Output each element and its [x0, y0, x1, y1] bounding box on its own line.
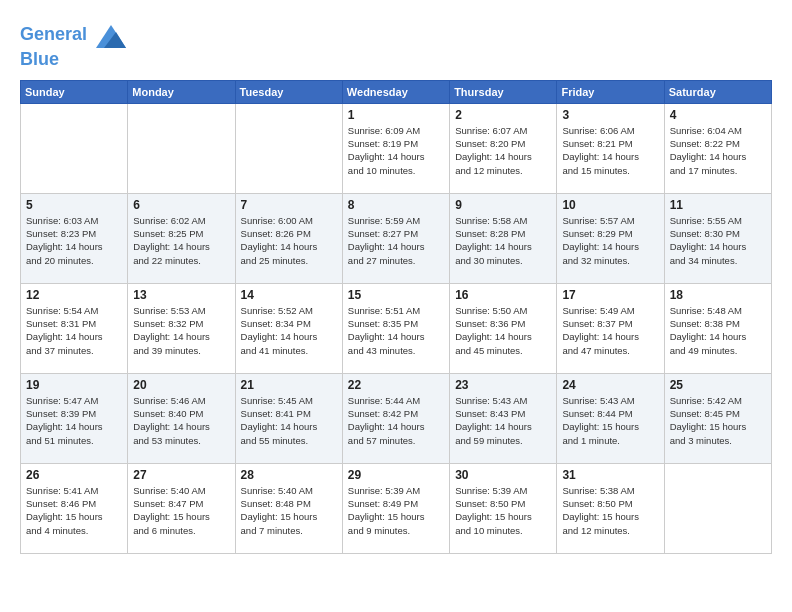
calendar-cell: 18Sunrise: 5:48 AM Sunset: 8:38 PM Dayli… — [664, 283, 771, 373]
day-info: Sunrise: 5:40 AM Sunset: 8:48 PM Dayligh… — [241, 484, 337, 537]
calendar-cell: 1Sunrise: 6:09 AM Sunset: 8:19 PM Daylig… — [342, 103, 449, 193]
header-tuesday: Tuesday — [235, 80, 342, 103]
calendar-cell: 17Sunrise: 5:49 AM Sunset: 8:37 PM Dayli… — [557, 283, 664, 373]
day-number: 29 — [348, 468, 444, 482]
day-info: Sunrise: 5:55 AM Sunset: 8:30 PM Dayligh… — [670, 214, 766, 267]
calendar-cell: 3Sunrise: 6:06 AM Sunset: 8:21 PM Daylig… — [557, 103, 664, 193]
day-number: 21 — [241, 378, 337, 392]
header-wednesday: Wednesday — [342, 80, 449, 103]
day-info: Sunrise: 5:39 AM Sunset: 8:50 PM Dayligh… — [455, 484, 551, 537]
day-info: Sunrise: 5:43 AM Sunset: 8:44 PM Dayligh… — [562, 394, 658, 447]
calendar-cell: 9Sunrise: 5:58 AM Sunset: 8:28 PM Daylig… — [450, 193, 557, 283]
day-info: Sunrise: 5:42 AM Sunset: 8:45 PM Dayligh… — [670, 394, 766, 447]
day-info: Sunrise: 5:45 AM Sunset: 8:41 PM Dayligh… — [241, 394, 337, 447]
day-number: 4 — [670, 108, 766, 122]
calendar-cell: 28Sunrise: 5:40 AM Sunset: 8:48 PM Dayli… — [235, 463, 342, 553]
calendar-week-1: 1Sunrise: 6:09 AM Sunset: 8:19 PM Daylig… — [21, 103, 772, 193]
day-number: 8 — [348, 198, 444, 212]
day-number: 1 — [348, 108, 444, 122]
day-number: 5 — [26, 198, 122, 212]
day-number: 26 — [26, 468, 122, 482]
day-info: Sunrise: 5:53 AM Sunset: 8:32 PM Dayligh… — [133, 304, 229, 357]
logo-icon — [96, 20, 126, 50]
calendar-cell: 14Sunrise: 5:52 AM Sunset: 8:34 PM Dayli… — [235, 283, 342, 373]
day-number: 31 — [562, 468, 658, 482]
calendar-cell: 13Sunrise: 5:53 AM Sunset: 8:32 PM Dayli… — [128, 283, 235, 373]
day-number: 11 — [670, 198, 766, 212]
day-info: Sunrise: 5:58 AM Sunset: 8:28 PM Dayligh… — [455, 214, 551, 267]
calendar-cell: 23Sunrise: 5:43 AM Sunset: 8:43 PM Dayli… — [450, 373, 557, 463]
calendar-cell: 21Sunrise: 5:45 AM Sunset: 8:41 PM Dayli… — [235, 373, 342, 463]
day-number: 6 — [133, 198, 229, 212]
calendar-cell: 22Sunrise: 5:44 AM Sunset: 8:42 PM Dayli… — [342, 373, 449, 463]
logo-general: General — [20, 24, 87, 44]
day-info: Sunrise: 6:09 AM Sunset: 8:19 PM Dayligh… — [348, 124, 444, 177]
day-number: 25 — [670, 378, 766, 392]
day-info: Sunrise: 5:49 AM Sunset: 8:37 PM Dayligh… — [562, 304, 658, 357]
day-info: Sunrise: 5:48 AM Sunset: 8:38 PM Dayligh… — [670, 304, 766, 357]
day-number: 9 — [455, 198, 551, 212]
day-number: 24 — [562, 378, 658, 392]
day-number: 12 — [26, 288, 122, 302]
calendar-cell: 25Sunrise: 5:42 AM Sunset: 8:45 PM Dayli… — [664, 373, 771, 463]
day-info: Sunrise: 5:39 AM Sunset: 8:49 PM Dayligh… — [348, 484, 444, 537]
calendar-cell: 31Sunrise: 5:38 AM Sunset: 8:50 PM Dayli… — [557, 463, 664, 553]
calendar-cell — [128, 103, 235, 193]
day-info: Sunrise: 5:50 AM Sunset: 8:36 PM Dayligh… — [455, 304, 551, 357]
day-info: Sunrise: 6:03 AM Sunset: 8:23 PM Dayligh… — [26, 214, 122, 267]
day-number: 2 — [455, 108, 551, 122]
day-info: Sunrise: 5:41 AM Sunset: 8:46 PM Dayligh… — [26, 484, 122, 537]
calendar-cell: 6Sunrise: 6:02 AM Sunset: 8:25 PM Daylig… — [128, 193, 235, 283]
day-info: Sunrise: 6:06 AM Sunset: 8:21 PM Dayligh… — [562, 124, 658, 177]
day-number: 7 — [241, 198, 337, 212]
day-info: Sunrise: 5:51 AM Sunset: 8:35 PM Dayligh… — [348, 304, 444, 357]
day-number: 23 — [455, 378, 551, 392]
calendar-cell — [235, 103, 342, 193]
calendar-cell: 10Sunrise: 5:57 AM Sunset: 8:29 PM Dayli… — [557, 193, 664, 283]
calendar-cell — [664, 463, 771, 553]
day-info: Sunrise: 6:07 AM Sunset: 8:20 PM Dayligh… — [455, 124, 551, 177]
day-info: Sunrise: 5:52 AM Sunset: 8:34 PM Dayligh… — [241, 304, 337, 357]
day-info: Sunrise: 5:43 AM Sunset: 8:43 PM Dayligh… — [455, 394, 551, 447]
page-header: General Blue — [20, 20, 772, 70]
day-number: 14 — [241, 288, 337, 302]
calendar-week-2: 5Sunrise: 6:03 AM Sunset: 8:23 PM Daylig… — [21, 193, 772, 283]
header-thursday: Thursday — [450, 80, 557, 103]
day-number: 27 — [133, 468, 229, 482]
day-info: Sunrise: 6:00 AM Sunset: 8:26 PM Dayligh… — [241, 214, 337, 267]
day-number: 16 — [455, 288, 551, 302]
calendar-cell — [21, 103, 128, 193]
calendar-cell: 29Sunrise: 5:39 AM Sunset: 8:49 PM Dayli… — [342, 463, 449, 553]
calendar-cell: 2Sunrise: 6:07 AM Sunset: 8:20 PM Daylig… — [450, 103, 557, 193]
header-saturday: Saturday — [664, 80, 771, 103]
header-monday: Monday — [128, 80, 235, 103]
calendar-week-3: 12Sunrise: 5:54 AM Sunset: 8:31 PM Dayli… — [21, 283, 772, 373]
calendar-header-row: SundayMondayTuesdayWednesdayThursdayFrid… — [21, 80, 772, 103]
day-number: 19 — [26, 378, 122, 392]
calendar-cell: 24Sunrise: 5:43 AM Sunset: 8:44 PM Dayli… — [557, 373, 664, 463]
calendar-cell: 26Sunrise: 5:41 AM Sunset: 8:46 PM Dayli… — [21, 463, 128, 553]
calendar-cell: 11Sunrise: 5:55 AM Sunset: 8:30 PM Dayli… — [664, 193, 771, 283]
logo: General Blue — [20, 20, 126, 70]
day-info: Sunrise: 6:04 AM Sunset: 8:22 PM Dayligh… — [670, 124, 766, 177]
day-info: Sunrise: 5:47 AM Sunset: 8:39 PM Dayligh… — [26, 394, 122, 447]
day-info: Sunrise: 5:57 AM Sunset: 8:29 PM Dayligh… — [562, 214, 658, 267]
day-number: 10 — [562, 198, 658, 212]
day-number: 18 — [670, 288, 766, 302]
day-info: Sunrise: 5:59 AM Sunset: 8:27 PM Dayligh… — [348, 214, 444, 267]
calendar-cell: 16Sunrise: 5:50 AM Sunset: 8:36 PM Dayli… — [450, 283, 557, 373]
calendar-cell: 30Sunrise: 5:39 AM Sunset: 8:50 PM Dayli… — [450, 463, 557, 553]
day-number: 30 — [455, 468, 551, 482]
calendar-cell: 7Sunrise: 6:00 AM Sunset: 8:26 PM Daylig… — [235, 193, 342, 283]
calendar-cell: 27Sunrise: 5:40 AM Sunset: 8:47 PM Dayli… — [128, 463, 235, 553]
day-info: Sunrise: 6:02 AM Sunset: 8:25 PM Dayligh… — [133, 214, 229, 267]
day-number: 20 — [133, 378, 229, 392]
day-info: Sunrise: 5:38 AM Sunset: 8:50 PM Dayligh… — [562, 484, 658, 537]
calendar-cell: 4Sunrise: 6:04 AM Sunset: 8:22 PM Daylig… — [664, 103, 771, 193]
day-number: 15 — [348, 288, 444, 302]
calendar-cell: 12Sunrise: 5:54 AM Sunset: 8:31 PM Dayli… — [21, 283, 128, 373]
day-number: 3 — [562, 108, 658, 122]
calendar-cell: 8Sunrise: 5:59 AM Sunset: 8:27 PM Daylig… — [342, 193, 449, 283]
header-sunday: Sunday — [21, 80, 128, 103]
day-info: Sunrise: 5:46 AM Sunset: 8:40 PM Dayligh… — [133, 394, 229, 447]
